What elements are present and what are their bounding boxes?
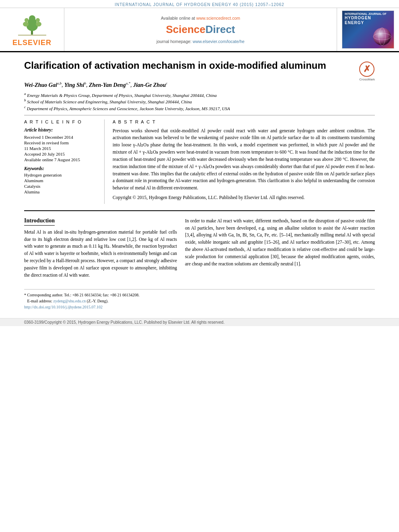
author4-name: Jian-Ge Zhou [133, 82, 166, 88]
issn-copyright-text: 0360-3199/Copyright © 2015, Hydrogen Ene… [24, 320, 224, 325]
wide-divider [24, 210, 375, 211]
copyright-bar: 0360-3199/Copyright © 2015, Hydrogen Ene… [0, 318, 399, 326]
available-online-text: Available online at www.sciencedirect.co… [161, 16, 240, 21]
elsevier-tree-icon [18, 12, 47, 37]
article-info-abstract: A R T I C L E I N F O Article history: R… [24, 119, 375, 204]
email-link[interactable]: zydeng@shu.edu.cn [53, 299, 86, 303]
article-info-label: A R T I C L E I N F O [24, 119, 99, 124]
revised-date: 11 March 2015 [24, 146, 99, 151]
elsevier-logo: ELSEVIER [12, 12, 51, 47]
abstract-text: Previous works showed that oxide-modifie… [113, 127, 375, 201]
keyword-2: Aluminum [24, 178, 99, 183]
article-history-label: Article history: [24, 127, 99, 132]
author2-name: Ying Shi [64, 82, 84, 88]
journal-cover-image: International Journal of HYDROGENENERGY [342, 10, 394, 49]
affiliation-a: a Energy Materials & Physics Group, Depa… [24, 92, 375, 98]
authors-line: Wei-Zhuo Gaia,b, Ying Shib, Zhen-Yan Den… [24, 81, 375, 88]
svg-rect-8 [18, 35, 46, 36]
journal-homepage: journal homepage: www.elsevier.com/locat… [156, 39, 245, 44]
keyword-4: Alumina [24, 189, 99, 194]
elsevier-logo-area: ELSEVIER [0, 8, 64, 51]
affiliations: a Energy Materials & Physics Group, Depa… [24, 92, 375, 111]
email-note: E-mail address: zydeng@shu.edu.cn (Z.-Y.… [24, 298, 375, 304]
title-row: Clarification of activation mechanism in… [24, 60, 375, 81]
divider-after-affiliations [24, 115, 375, 115]
abstract-section-label: A B S T R A C T [113, 119, 375, 124]
journal-cover-title: International Journal of HYDROGENENERGY [345, 12, 387, 25]
article-title: Clarification of activation mechanism in… [24, 60, 355, 72]
svg-point-5 [36, 22, 41, 27]
intro-left-text: Metal Al is an ideal in-situ hydrogen-ge… [24, 229, 177, 279]
journal-header: ELSEVIER Available online at www.science… [0, 8, 399, 52]
svg-point-4 [23, 22, 29, 27]
svg-point-7 [36, 18, 40, 22]
sciencedirect-url[interactable]: www.sciencedirect.com [196, 16, 240, 21]
article-info-column: A R T I C L E I N F O Article history: R… [24, 119, 105, 204]
svg-point-9 [373, 28, 391, 45]
svg-point-6 [25, 18, 29, 22]
sciencedirect-area: Available online at www.sciencedirect.co… [64, 8, 337, 51]
journal-banner: INTERNATIONAL JOURNAL OF HYDROGEN ENERGY… [0, 0, 399, 8]
journal-homepage-url[interactable]: www.elsevier.com/locate/he [193, 39, 245, 44]
elsevier-text: ELSEVIER [12, 39, 51, 47]
received-date: Received 1 December 2014 [24, 135, 99, 140]
author3-name: Zhen-Yan Deng [89, 82, 126, 88]
received-revised-label: Received in revised form [24, 140, 99, 145]
footer-notes: * Corresponding author. Tel.: +86 21 661… [24, 289, 375, 310]
accepted-date: Accepted 20 July 2015 [24, 152, 99, 156]
intro-left-column: Introduction Metal Al is an ideal in-sit… [24, 218, 177, 281]
affiliation-c: c Department of Physics, Atmospheric Sci… [24, 105, 375, 111]
affiliation-b: b School of Materials Science and Engine… [24, 98, 375, 104]
available-online-date: Available online 7 August 2015 [24, 157, 99, 162]
crossmark-badge[interactable]: ✗ [359, 62, 374, 77]
journal-banner-text: INTERNATIONAL JOURNAL OF HYDROGEN ENERGY… [115, 2, 284, 7]
svg-point-3 [29, 15, 35, 22]
introduction-heading: Introduction [24, 218, 55, 226]
keyword-1: Hydrogen generation [24, 173, 99, 177]
crossmark-label: CrossMark [359, 78, 375, 81]
corresponding-note: * Corresponding author. Tel.: +86 21 661… [24, 292, 375, 298]
article-container: Clarification of activation mechanism in… [0, 52, 399, 318]
journal-cover-graphic [372, 27, 392, 47]
author1-name: Wei-Zhuo Gai [24, 82, 57, 88]
keyword-3: Catalysis [24, 184, 99, 189]
intro-right-column: In order to make Al react with water, di… [185, 218, 375, 281]
journal-cover-area: International Journal of HYDROGENENERGY [337, 8, 399, 51]
abstract-column: A B S T R A C T Previous works showed th… [113, 119, 375, 204]
sciencedirect-logo: ScienceDirect [166, 23, 235, 36]
doi-link[interactable]: http://dx.doi.org/10.1016/j.ijhydene.201… [24, 305, 103, 309]
crossmark-area: ✗ CrossMark [359, 62, 375, 81]
keywords-label: Keywords: [24, 166, 99, 171]
abstract-copyright: Copyright © 2015, Hydrogen Energy Public… [113, 194, 375, 201]
intro-right-text: In order to make Al react with water, di… [185, 218, 375, 268]
introduction-section: Introduction Metal Al is an ideal in-sit… [24, 218, 375, 281]
